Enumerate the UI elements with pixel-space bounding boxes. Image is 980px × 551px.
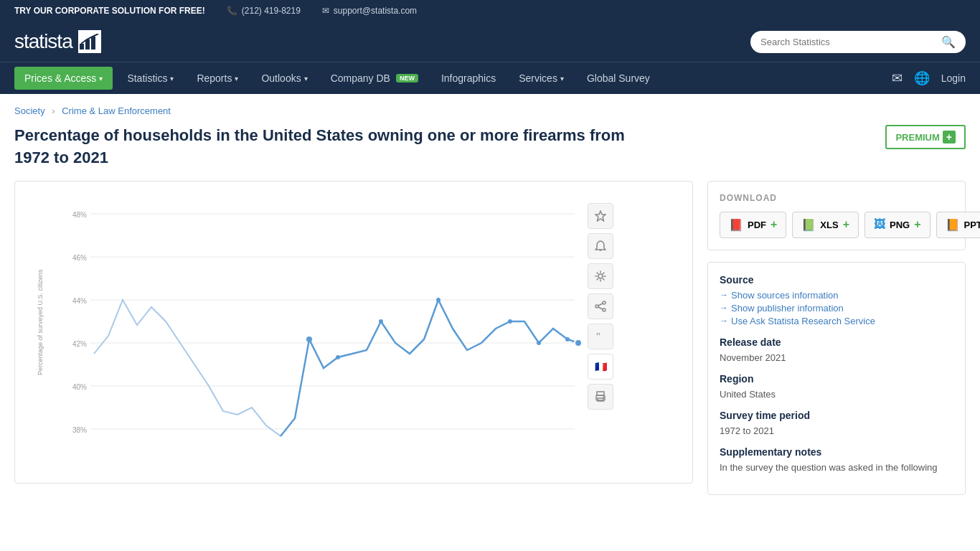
show-sources-text: Show sources information	[731, 290, 839, 301]
chevron-down-icon: ▾	[235, 75, 238, 83]
xls-plus-icon: +	[843, 218, 849, 231]
envelope-icon[interactable]: ✉	[892, 70, 903, 86]
language-flag-button[interactable]: 🇫🇷	[588, 354, 613, 380]
pdf-plus-icon: +	[771, 218, 777, 231]
nav-item-global-survey[interactable]: Global Survey	[575, 62, 661, 94]
arrow-icon: →	[720, 290, 728, 300]
new-badge: NEW	[396, 74, 418, 83]
right-panel: DOWNLOAD 📕 PDF + 📗 XLS + 🖼 PNG +	[707, 181, 966, 495]
logo-icon	[78, 30, 101, 53]
source-label: Source	[720, 274, 953, 286]
data-point	[436, 298, 440, 302]
supplementary-value: In the survey the question was asked in …	[720, 462, 953, 473]
survey-period-value: 1972 to 2021	[720, 425, 953, 436]
logo-text: statista	[14, 30, 72, 53]
download-png-button[interactable]: 🖼 PNG +	[864, 212, 930, 238]
ask-statista-text: Use Ask Statista Research Service	[731, 316, 875, 326]
alert-button[interactable]	[588, 233, 613, 259]
email-contact: ✉ support@statista.com	[322, 6, 417, 16]
ppt-icon: 📙	[946, 218, 960, 232]
svg-point-16	[598, 274, 603, 278]
data-point	[306, 336, 312, 342]
phone-icon: 📞	[227, 6, 237, 16]
top-banner: TRY OUR CORPORATE SOLUTION FOR FREE! 📞 (…	[0, 0, 980, 22]
xls-icon: 📗	[801, 218, 816, 232]
premium-label: PREMIUM	[895, 132, 939, 143]
nav-label-global-survey: Global Survey	[587, 72, 650, 84]
cite-button[interactable]: "	[588, 324, 613, 349]
settings-button[interactable]	[588, 263, 613, 289]
chevron-down-icon: ▾	[170, 75, 174, 83]
data-point	[537, 341, 541, 345]
page-title: Percentage of households in the United S…	[14, 125, 660, 169]
svg-rect-25	[598, 398, 603, 401]
download-ppt-button[interactable]: 📙 PPT +	[936, 212, 981, 238]
ask-statista-link[interactable]: → Use Ask Statista Research Service	[720, 316, 953, 326]
svg-text:40%: 40%	[72, 383, 87, 391]
xls-label: XLS	[820, 220, 838, 230]
nav-item-outlooks[interactable]: Outlooks ▾	[250, 62, 319, 94]
supplementary-block: Supplementary notes In the survey the qu…	[720, 446, 953, 473]
print-button[interactable]	[588, 384, 613, 410]
data-point-last	[575, 339, 582, 347]
nav-label-prices-access: Prices & Access	[24, 72, 96, 84]
svg-rect-0	[80, 44, 84, 50]
nav-item-services[interactable]: Services ▾	[507, 62, 575, 94]
chart-line-early	[94, 300, 281, 436]
search-box[interactable]: 🔍	[750, 31, 966, 53]
show-publisher-text: Show publisher information	[731, 303, 844, 314]
arrow-icon: →	[720, 303, 728, 313]
globe-icon[interactable]: 🌐	[914, 70, 930, 86]
flag-icon: 🇫🇷	[595, 361, 607, 372]
region-value: United States	[720, 389, 953, 400]
search-button[interactable]: 🔍	[941, 35, 956, 49]
y-axis-label: Percentage of surveyed U.S. citizens	[37, 289, 44, 375]
page-header: Percentage of households in the United S…	[0, 122, 980, 181]
premium-plus-icon: +	[943, 131, 956, 143]
svg-marker-15	[595, 211, 606, 221]
nav-item-statistics[interactable]: Statistics ▾	[116, 62, 185, 94]
data-point	[336, 355, 340, 359]
pdf-label: PDF	[748, 220, 766, 230]
region-label: Region	[720, 373, 953, 385]
nav-label-reports: Reports	[197, 72, 232, 84]
phone-contact: 📞 (212) 419-8219	[227, 6, 301, 16]
data-point	[508, 319, 512, 324]
search-input[interactable]	[760, 37, 941, 47]
png-icon: 🖼	[874, 218, 885, 231]
favorite-button[interactable]	[588, 203, 613, 229]
svg-rect-1	[85, 39, 90, 50]
info-section: Source → Show sources information → Show…	[707, 262, 966, 495]
nav-item-company-db[interactable]: Company DB NEW	[319, 62, 430, 94]
chart-container: Percentage of surveyed U.S. citizens 48%…	[14, 181, 693, 484]
show-publisher-link[interactable]: → Show publisher information	[720, 303, 953, 314]
header: statista 🔍	[0, 22, 980, 62]
svg-line-20	[598, 303, 603, 306]
download-pdf-button[interactable]: 📕 PDF +	[720, 212, 786, 238]
share-button[interactable]	[588, 293, 613, 319]
email-icon: ✉	[322, 6, 329, 16]
survey-period-block: Survey time period 1972 to 2021	[720, 410, 953, 436]
show-sources-link[interactable]: → Show sources information	[720, 290, 953, 301]
download-section: DOWNLOAD 📕 PDF + 📗 XLS + 🖼 PNG +	[707, 181, 966, 250]
breadcrumb-crime-law[interactable]: Crime & Law Enforcement	[62, 105, 171, 116]
svg-text:48%: 48%	[72, 211, 87, 219]
chevron-down-icon: ▾	[304, 75, 308, 83]
nav-item-prices-access[interactable]: Prices & Access ▾	[14, 67, 113, 90]
svg-point-17	[603, 301, 606, 304]
logo[interactable]: statista	[14, 30, 101, 53]
nav-label-company-db: Company DB	[331, 72, 390, 84]
source-block: Source → Show sources information → Show…	[720, 274, 953, 326]
breadcrumb-separator: ›	[52, 105, 55, 116]
login-button[interactable]: Login	[941, 72, 966, 84]
main-content: Percentage of surveyed U.S. citizens 48%…	[0, 181, 980, 495]
premium-button[interactable]: PREMIUM +	[885, 125, 966, 149]
nav-item-infographics[interactable]: Infographics	[430, 62, 507, 94]
nav-item-reports[interactable]: Reports ▾	[185, 62, 250, 94]
email-address: support@statista.com	[334, 6, 417, 16]
download-buttons: 📕 PDF + 📗 XLS + 🖼 PNG + 📙 PPT +	[720, 212, 953, 238]
svg-text:44%: 44%	[72, 297, 87, 305]
breadcrumb-society[interactable]: Society	[14, 105, 45, 116]
data-point	[379, 319, 383, 324]
download-xls-button[interactable]: 📗 XLS +	[792, 212, 859, 238]
